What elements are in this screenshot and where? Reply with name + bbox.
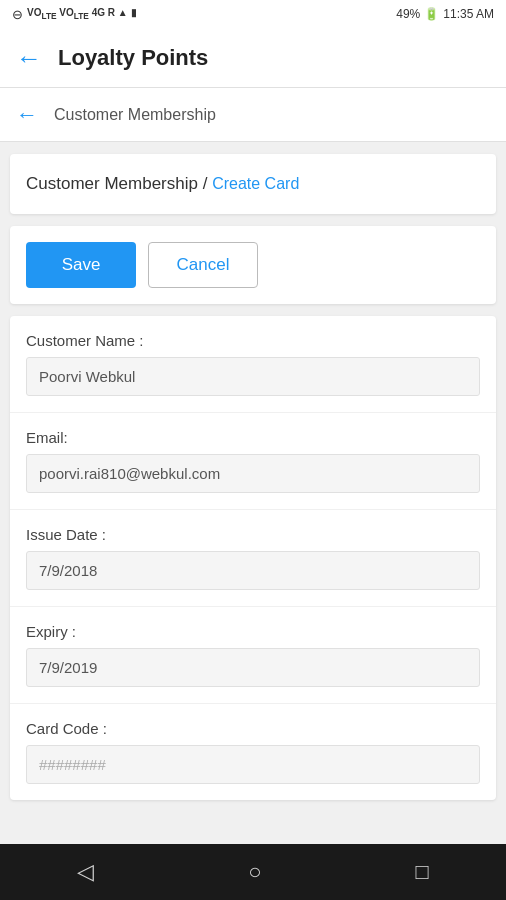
sub-back-button[interactable]: ← xyxy=(16,102,38,128)
battery-icon: 🔋 xyxy=(424,7,439,21)
expiry-input[interactable] xyxy=(26,648,480,687)
notification-icon: ⊖ xyxy=(12,7,23,22)
issue-date-label: Issue Date : xyxy=(26,526,480,543)
breadcrumb-card: Customer Membership / Create Card xyxy=(10,154,496,214)
status-right: 49% 🔋 11:35 AM xyxy=(396,7,494,21)
status-icons: ⊖ VOLTE VOLTE 4G R ▲ ▮ xyxy=(12,7,137,22)
nav-home-icon[interactable]: ○ xyxy=(248,859,261,885)
breadcrumb-prefix: Customer Membership / xyxy=(26,174,212,193)
email-field: Email: xyxy=(10,413,496,509)
cancel-button[interactable]: Cancel xyxy=(148,242,258,288)
customer-name-label: Customer Name : xyxy=(26,332,480,349)
card-code-input[interactable] xyxy=(26,745,480,784)
signal-icons: VOLTE VOLTE 4G R ▲ ▮ xyxy=(27,7,137,21)
sub-header-title: Customer Membership xyxy=(54,106,216,124)
action-buttons-card: Save Cancel xyxy=(10,226,496,304)
form-card: Customer Name : Email: Issue Date : Expi… xyxy=(10,316,496,800)
issue-date-field: Issue Date : xyxy=(10,510,496,606)
expiry-label: Expiry : xyxy=(26,623,480,640)
card-code-field: Card Code : xyxy=(10,704,496,800)
email-label: Email: xyxy=(26,429,480,446)
create-card-link[interactable]: Create Card xyxy=(212,175,299,192)
nav-recents-icon[interactable]: □ xyxy=(416,859,429,885)
card-code-label: Card Code : xyxy=(26,720,480,737)
sub-header: ← Customer Membership xyxy=(0,88,506,142)
clock: 11:35 AM xyxy=(443,7,494,21)
app-bar: ← Loyalty Points xyxy=(0,28,506,88)
email-input[interactable] xyxy=(26,454,480,493)
issue-date-input[interactable] xyxy=(26,551,480,590)
back-button[interactable]: ← xyxy=(16,45,42,71)
app-title: Loyalty Points xyxy=(58,45,208,71)
save-button[interactable]: Save xyxy=(26,242,136,288)
status-bar: ⊖ VOLTE VOLTE 4G R ▲ ▮ 49% 🔋 11:35 AM xyxy=(0,0,506,28)
customer-name-input[interactable] xyxy=(26,357,480,396)
nav-bar: ◁ ○ □ xyxy=(0,844,506,900)
customer-name-field: Customer Name : xyxy=(10,316,496,412)
nav-back-icon[interactable]: ◁ xyxy=(77,859,94,885)
battery-percent: 49% xyxy=(396,7,420,21)
expiry-field: Expiry : xyxy=(10,607,496,703)
